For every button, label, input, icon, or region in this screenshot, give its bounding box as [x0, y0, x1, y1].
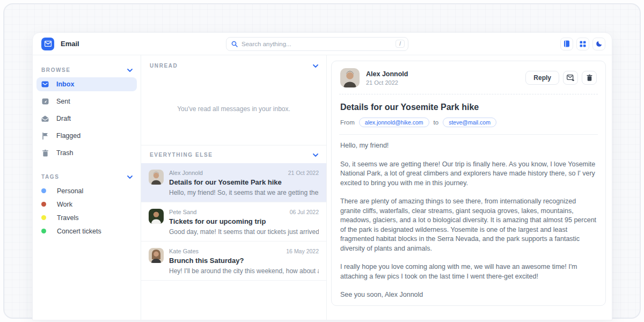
inbox-empty-state: You've read all messages in your inbox.: [141, 73, 326, 145]
sidebar-item-label: Trash: [56, 149, 74, 157]
sidebar-item-label: Draft: [56, 115, 71, 122]
inbox-icon: [41, 81, 49, 87]
mail-list-item[interactable]: Pete Sand 06 Jul 2022 Tickets for our up…: [141, 202, 326, 241]
tag-color-dot: [41, 188, 46, 193]
email-paragraph: Hello, my friend!: [340, 141, 597, 151]
moon-icon: [596, 40, 603, 47]
tag-item-work[interactable]: Work: [33, 197, 141, 211]
journal-button[interactable]: [560, 38, 573, 50]
sidebar-item-label: Sent: [56, 98, 70, 105]
tag-item-personal[interactable]: Personal: [33, 184, 141, 197]
sidebar-item-label: Inbox: [56, 80, 74, 88]
draft-icon: [41, 115, 49, 122]
mail-item-content: Kate Gates 16 May 2022 Brunch this Satur…: [169, 248, 319, 275]
from-address-chip[interactable]: alex.jonnold@hike.com: [359, 118, 429, 127]
mail-sender: Pete Sand: [169, 209, 196, 215]
app-body: BROWSE Inbox Sent: [33, 55, 612, 320]
email-paragraph: There are plenty of amazing things to se…: [340, 197, 597, 253]
avatar: [149, 170, 164, 185]
chevron-down-icon[interactable]: [313, 153, 318, 157]
tag-color-dot: [41, 215, 46, 220]
mail-list-item[interactable]: Alex Jonnold 21 Oct 2022 Details for our…: [141, 163, 326, 202]
envelope-logo-icon: [45, 41, 52, 47]
tag-item-concert-tickets[interactable]: Concert tickets: [33, 224, 141, 238]
email-paragraph: I really hope you love coming along with…: [340, 262, 597, 281]
search-input[interactable]: [241, 41, 396, 47]
mail-date: 06 Jul 2022: [290, 209, 319, 215]
flag-icon: [41, 133, 49, 140]
to-label: to: [434, 119, 439, 126]
message-list-column: UNREAD You've read all messages in your …: [141, 55, 327, 320]
tag-label: Work: [57, 201, 72, 208]
grid-icon: [580, 41, 586, 47]
journal-icon: [564, 40, 570, 47]
detail-actions: Reply: [525, 71, 597, 85]
topbar: Email /: [33, 33, 612, 55]
reply-button[interactable]: Reply: [525, 71, 559, 85]
avatar: [149, 248, 164, 263]
sidebar-item-inbox[interactable]: Inbox: [36, 77, 137, 91]
mail-subject: Tickets for our upcoming trip: [169, 217, 319, 225]
email-detail-column: Alex Jonnold 21 Oct 2022 Reply: [327, 55, 612, 320]
from-to-row: From alex.jonnold@hike.com to steve@mail…: [340, 118, 597, 127]
unread-section: UNREAD You've read all messages in your …: [141, 55, 326, 145]
avatar: [340, 68, 360, 87]
sidebar-item-draft[interactable]: Draft: [36, 112, 137, 126]
divider: [339, 94, 598, 94]
chevron-down-icon[interactable]: [127, 175, 133, 179]
divider: [339, 134, 598, 135]
apps-grid-button[interactable]: [576, 38, 589, 50]
email-app-window: Email /: [32, 32, 612, 320]
mail-preview: Hey! I'll be around the city this weeken…: [169, 267, 319, 275]
mail-subject: Brunch this Saturday?: [169, 257, 319, 265]
email-paragraph: So, it seems we are getting there! Our t…: [340, 160, 597, 188]
mail-date: 21 Oct 2022: [288, 170, 319, 176]
tag-item-travels[interactable]: Travels: [33, 211, 141, 224]
chevron-down-icon[interactable]: [313, 64, 318, 68]
email-body: Hello, my friend! So, it seems we are ge…: [340, 141, 597, 300]
app-title: Email: [61, 40, 79, 48]
to-address-chip[interactable]: steve@mail.com: [443, 118, 496, 127]
sidebar-item-flagged[interactable]: Flagged: [36, 129, 137, 143]
detail-sender-name: Alex Jonnold: [366, 70, 408, 78]
mail-subject: Details for our Yosemite Park hike: [169, 178, 319, 186]
sidebar-item-trash[interactable]: Trash: [36, 146, 137, 160]
unread-section-header[interactable]: UNREAD: [141, 55, 326, 73]
browse-section-header[interactable]: BROWSE: [33, 63, 141, 77]
unread-label: UNREAD: [150, 63, 178, 69]
chevron-down-icon[interactable]: [127, 69, 133, 72]
browse-label: BROWSE: [41, 67, 71, 73]
tag-label: Personal: [57, 187, 83, 195]
forward-email-button[interactable]: [563, 71, 578, 85]
mail-forward-icon: [567, 75, 574, 81]
mail-sender: Kate Gates: [169, 248, 199, 254]
tag-color-dot: [41, 202, 46, 207]
detail-subject: Details for our Yosemite Park hike: [340, 103, 597, 112]
mail-list-item[interactable]: Kate Gates 16 May 2022 Brunch this Satur…: [141, 241, 326, 281]
email-detail-panel: Alex Jonnold 21 Oct 2022 Reply: [331, 61, 606, 306]
sidebar-item-sent[interactable]: Sent: [36, 94, 137, 108]
sidebar-item-label: Flagged: [56, 132, 80, 140]
topbar-actions: [560, 38, 605, 50]
tag-color-dot: [41, 229, 46, 233]
tags-section-header[interactable]: TAGS: [33, 170, 141, 184]
delete-email-button[interactable]: [582, 71, 597, 85]
tags-section: TAGS Personal Work Travels: [33, 170, 141, 238]
search-box[interactable]: /: [226, 37, 408, 51]
empty-state-text: You've read all messages in your inbox.: [177, 105, 290, 113]
mail-item-content: Pete Sand 06 Jul 2022 Tickets for our up…: [169, 209, 319, 236]
trash-icon: [41, 150, 49, 157]
mail-preview: Good day, mate! It seems that our ticket…: [169, 228, 319, 236]
avatar: [149, 209, 164, 224]
mail-preview: Hello, my friend! So, it seems that we a…: [169, 189, 319, 196]
dark-mode-button[interactable]: [592, 38, 605, 50]
tag-label: Travels: [57, 214, 79, 222]
search-shortcut-badge: /: [396, 40, 405, 48]
mail-date: 16 May 2022: [286, 248, 319, 254]
everything-else-section-header[interactable]: EVERYTHING ELSE: [141, 145, 326, 163]
email-signoff: See you soon, Alex Jonnold: [340, 290, 597, 300]
sidebar: BROWSE Inbox Sent: [33, 55, 141, 320]
everything-else-label: EVERYTHING ELSE: [150, 152, 213, 158]
detail-date: 21 Oct 2022: [366, 79, 408, 86]
sent-icon: [41, 98, 49, 105]
